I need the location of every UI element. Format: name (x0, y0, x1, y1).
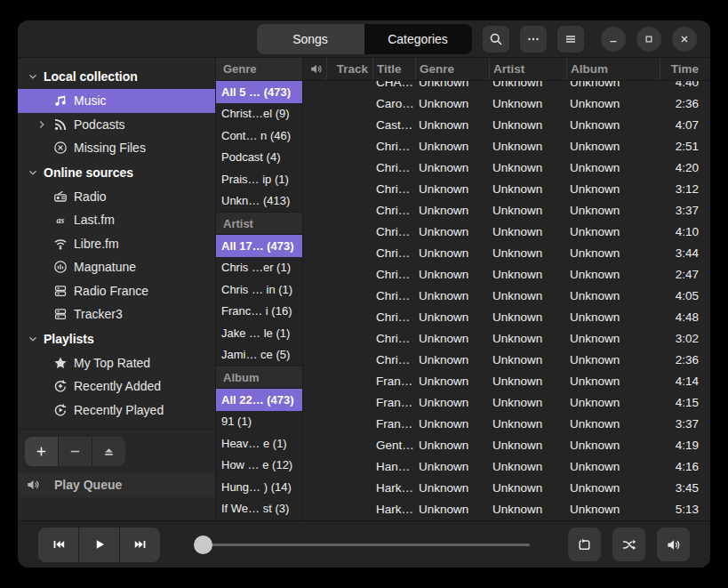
song-title: Chri… (372, 353, 415, 366)
album-item[interactable]: If We… st (3) (216, 498, 302, 520)
song-row[interactable]: Chri… Unknown Unknown Unknown 3:37 (303, 199, 710, 221)
view-tab[interactable]: Categories (364, 24, 472, 54)
sidebar-item[interactable]: Missing Files (18, 136, 215, 160)
sidebar-item[interactable]: Music (18, 89, 215, 113)
sidebar-item[interactable]: My Top Rated (18, 351, 215, 375)
song-row[interactable]: Chri… Unknown Unknown Unknown 4:48 (303, 306, 710, 327)
song-row[interactable]: Cast… Unknown Unknown Unknown 4:07 (303, 114, 710, 135)
menu-button[interactable] (557, 26, 584, 52)
artist-item[interactable]: Jami… ce (5) (216, 344, 302, 366)
column-header-title[interactable]: Title (372, 58, 415, 80)
song-genre: Unknown (415, 182, 489, 196)
minimize-button[interactable] (601, 27, 626, 52)
sidebar-section-header[interactable]: Local collection (18, 64, 215, 89)
sidebar-item[interactable]: Magnatune (18, 255, 215, 279)
column-header-track[interactable]: Track (326, 58, 372, 80)
song-row[interactable]: Gent… Unknown Unknown Unknown 4:19 (303, 434, 710, 455)
song-row[interactable]: Han… Unknown Unknown Unknown 4:16 (303, 455, 710, 477)
song-row[interactable]: Chri… Unknown Unknown Unknown 3:44 (303, 242, 710, 263)
song-row[interactable]: Chri… Unknown Unknown Unknown 2:47 (303, 263, 710, 285)
column-header-artist[interactable]: Artist (489, 58, 566, 80)
song-row[interactable]: Chri… Unknown Unknown Unknown 4:05 (303, 285, 710, 306)
search-icon (489, 32, 503, 46)
sidebar-item[interactable]: Recently Added (18, 375, 215, 399)
genre-item[interactable]: Cont… n (46) (216, 125, 302, 147)
seek-handle[interactable] (194, 536, 212, 554)
album-item[interactable]: All 22… (473) (216, 389, 302, 411)
song-row[interactable]: Fran… Unknown Unknown Unknown 3:37 (303, 413, 710, 434)
genre-item[interactable]: Prais… ip (1) (216, 168, 302, 190)
sidebar-item[interactable]: as Last.fm (18, 208, 215, 232)
artist-item[interactable]: Franc… i (16) (216, 301, 302, 323)
genre-item[interactable]: All 5 … (473) (216, 81, 302, 103)
artist-item[interactable]: All 17… (473) (216, 235, 302, 257)
view-tab[interactable]: Songs (257, 24, 364, 54)
song-row[interactable]: Fran… Unknown Unknown Unknown 4:14 (303, 370, 710, 391)
previous-button[interactable] (38, 528, 78, 562)
column-header-album[interactable]: Album (566, 58, 660, 80)
artist-item[interactable]: Chris …er (1) (216, 257, 302, 279)
song-row[interactable]: Chri… Unknown Unknown Unknown 4:10 (303, 221, 710, 242)
song-album: Unknown (566, 182, 660, 196)
add-button[interactable] (25, 437, 58, 466)
eject-button[interactable] (92, 437, 125, 466)
volume-button[interactable] (657, 528, 690, 561)
column-header-indicator[interactable] (303, 58, 326, 80)
sidebar-item[interactable]: Recently Played (18, 399, 215, 423)
remove-button[interactable] (59, 437, 92, 466)
song-row[interactable]: Chri… Unknown Unknown Unknown 3:12 (303, 178, 710, 199)
seek-track[interactable] (194, 544, 530, 546)
maximize-button[interactable] (636, 27, 661, 52)
genre-item[interactable]: Christ…el (9) (216, 103, 302, 125)
pane-header-album: Album (216, 366, 302, 389)
song-album: Unknown (566, 118, 660, 132)
sidebar-item[interactable]: Radio France (18, 279, 215, 303)
more-button[interactable] (520, 26, 547, 52)
artist-item[interactable]: Chris … in (1) (216, 278, 302, 301)
shuffle-button[interactable] (612, 528, 645, 561)
song-row[interactable]: Caro… Unknown Unknown Unknown 2:36 (303, 93, 710, 114)
song-row[interactable]: Fran… Unknown Unknown Unknown 4:15 (303, 391, 710, 413)
album-item[interactable]: Hung… ) (14) (216, 476, 302, 498)
song-row[interactable]: Chri… Unknown Unknown Unknown 4:20 (303, 157, 710, 178)
sidebar-item[interactable]: Radio (18, 185, 215, 209)
song-title: Hark… (372, 481, 415, 495)
sidebar-item[interactable]: Tracker3 (18, 302, 215, 326)
song-row[interactable]: Chri… Unknown Unknown Unknown 2:36 (303, 349, 710, 370)
column-header-time[interactable]: Time (660, 58, 710, 80)
sidebar-section-header[interactable]: Playlists (18, 326, 215, 351)
repeat-button[interactable] (568, 528, 601, 561)
column-header-genre[interactable]: Genre (415, 58, 489, 80)
song-row[interactable]: Hark… Unknown Unknown Unknown 3:45 (303, 477, 710, 498)
sidebar-item[interactable]: Libre.fm (18, 232, 215, 256)
album-item[interactable]: How … e (12) (216, 455, 302, 477)
song-album: Unknown (566, 81, 660, 89)
sidebar-item[interactable]: Podcasts (18, 113, 215, 137)
seek-slider[interactable] (194, 535, 530, 554)
play-button[interactable] (79, 528, 119, 562)
song-artist: Unknown (489, 460, 566, 473)
song-row[interactable]: CHA… Unknown Unknown Unknown 4:40 (303, 81, 710, 93)
search-button[interactable] (483, 26, 509, 52)
sidebar-tree: Local collection Music (18, 58, 215, 429)
album-item[interactable]: Heav… e (1) (216, 432, 302, 455)
circle-x-icon (53, 141, 68, 155)
artist-item-label: Chris … in (1) (221, 283, 292, 296)
song-title: Hark… (372, 503, 415, 516)
play-queue-row[interactable]: Play Queue (18, 472, 215, 497)
genre-item-label: Podcast (4) (221, 150, 280, 164)
song-row[interactable]: Chri… Unknown Unknown Unknown 3:02 (303, 327, 710, 349)
genre-item[interactable]: Podcast (4) (216, 147, 302, 169)
song-album: Unknown (566, 204, 660, 217)
album-item[interactable]: 91 (1) (216, 411, 302, 433)
song-row[interactable]: Hark… Unknown Unknown Unknown 5:13 (303, 498, 710, 520)
song-row[interactable]: Chri… Unknown Unknown Unknown 2:51 (303, 135, 710, 157)
artist-item[interactable]: Jake … le (1) (216, 322, 302, 344)
song-genre: Unknown (415, 503, 489, 516)
close-button[interactable] (672, 27, 697, 52)
genre-item[interactable]: Unkn… (413) (216, 190, 302, 213)
next-button[interactable] (120, 528, 160, 562)
song-genre: Unknown (415, 81, 489, 89)
sidebar-section-header[interactable]: Online sources (18, 160, 215, 185)
server-icon (53, 284, 68, 298)
